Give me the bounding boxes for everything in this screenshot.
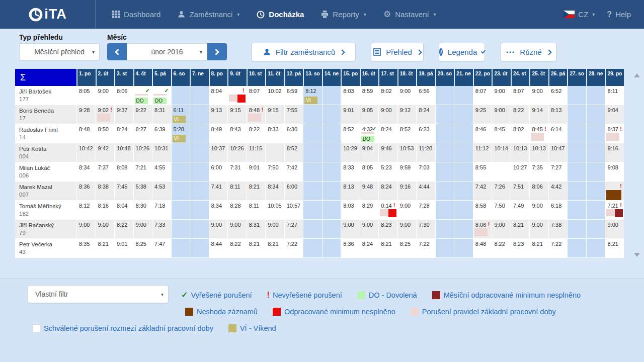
day-cell[interactable]: 5:23 xyxy=(378,162,397,182)
day-cell[interactable]: 8:22 xyxy=(227,239,247,258)
day-cell[interactable]: 8:06 xyxy=(114,86,133,105)
day-cell[interactable]: 4:53 xyxy=(152,182,171,201)
day-cell[interactable]: 9:00 xyxy=(492,86,511,105)
day-cell[interactable]: 7:42 xyxy=(284,162,303,182)
day-cell[interactable]: 10:57 xyxy=(284,201,303,220)
day-cell[interactable]: 8:21 xyxy=(605,239,624,258)
day-cell[interactable]: 9:00 xyxy=(265,220,284,239)
day-cell[interactable]: 8:33 xyxy=(341,162,360,182)
day-cell[interactable]: 5:38 xyxy=(133,182,152,201)
day-cell[interactable]: 10:37 xyxy=(209,143,228,162)
day-cell[interactable]: 8:33 xyxy=(265,124,284,143)
day-cell[interactable] xyxy=(190,220,209,239)
day-cell[interactable] xyxy=(567,182,586,201)
day-cell[interactable] xyxy=(454,143,473,162)
day-cell[interactable]: 9:00 xyxy=(529,86,548,105)
day-cell[interactable]: 8:30 xyxy=(133,201,152,220)
day-cell[interactable]: 8:23 xyxy=(378,220,397,239)
nav-item-employees[interactable]: Zaměstnanci ▾ xyxy=(169,0,248,29)
day-cell[interactable]: 10:26 xyxy=(227,143,247,162)
day-cell[interactable]: 8:29 xyxy=(360,201,379,220)
day-cell[interactable]: 9:00 xyxy=(96,86,115,105)
day-cell[interactable]: 7:21 xyxy=(133,162,152,182)
day-cell[interactable]: 8:22 xyxy=(492,239,511,258)
day-cell[interactable]: 8:34 xyxy=(209,201,228,220)
employee-filter-button[interactable]: Filtr zaměstnanců xyxy=(252,43,356,61)
day-cell[interactable]: 8:52 xyxy=(284,143,303,162)
day-cell[interactable]: 8:43 xyxy=(227,124,247,143)
day-cell[interactable] xyxy=(454,182,473,201)
nav-item-reports[interactable]: Reporty ▾ xyxy=(312,0,375,29)
day-cell[interactable] xyxy=(322,105,341,124)
day-cell[interactable] xyxy=(435,182,454,201)
day-cell[interactable] xyxy=(171,239,190,258)
day-cell[interactable] xyxy=(303,182,322,201)
day-cell[interactable] xyxy=(586,86,605,105)
day-cell[interactable]: 8:45! xyxy=(529,124,548,143)
day-cell[interactable]: 7:50 xyxy=(492,201,511,220)
day-cell[interactable]: 8:48! xyxy=(247,105,266,124)
day-cell[interactable]: 9:28 xyxy=(76,105,96,124)
day-cell[interactable]: 11:15 xyxy=(247,143,266,162)
day-cell[interactable] xyxy=(171,182,190,201)
day-cell[interactable]: 5:28VI xyxy=(171,124,190,143)
custom-filter-select[interactable]: Vlastní filtr ▾ xyxy=(28,285,169,303)
next-month-button[interactable] xyxy=(207,43,227,60)
day-cell[interactable]: 9:00 xyxy=(209,220,228,239)
day-cell[interactable]: 8:04 xyxy=(114,201,133,220)
day-cell[interactable]: 6:18 xyxy=(548,201,568,220)
day-cell[interactable]: 8:34 xyxy=(265,182,284,201)
day-cell[interactable]: 8:27 xyxy=(133,124,152,143)
day-cell[interactable] xyxy=(435,239,454,258)
day-cell[interactable] xyxy=(303,143,322,162)
day-cell[interactable] xyxy=(322,201,341,220)
day-cell[interactable]: 10:29 xyxy=(341,143,360,162)
day-cell[interactable]: ✓DO xyxy=(133,86,152,105)
day-cell[interactable] xyxy=(586,182,605,201)
day-cell[interactable]: 10:27 xyxy=(511,162,530,182)
day-cell[interactable]: 9:01 xyxy=(341,105,360,124)
day-cell[interactable]: 8:07 xyxy=(247,86,266,105)
day-cell[interactable]: 8:06! xyxy=(473,220,492,239)
day-cell[interactable]: 8:31 xyxy=(247,220,266,239)
day-cell[interactable] xyxy=(190,105,209,124)
day-cell[interactable] xyxy=(322,143,341,162)
day-cell[interactable]: 8:28 xyxy=(227,201,247,220)
employee-name-cell[interactable]: Radoslav Friml14 xyxy=(15,124,76,143)
day-cell[interactable]: 4:32✓DO xyxy=(360,124,379,143)
day-cell[interactable]: 8:48 xyxy=(473,239,492,258)
day-cell[interactable]: 8:16 xyxy=(96,201,115,220)
employee-name-cell[interactable]: Petr Kotrla004 xyxy=(15,143,76,162)
day-cell[interactable]: 7:27 xyxy=(284,220,303,239)
overview-button[interactable]: Přehled xyxy=(371,43,424,61)
day-cell[interactable] xyxy=(567,105,586,124)
day-cell[interactable]: 8:35 xyxy=(76,239,96,258)
day-cell[interactable] xyxy=(454,86,473,105)
day-cell[interactable] xyxy=(586,143,605,162)
day-cell[interactable] xyxy=(567,86,586,105)
day-cell[interactable]: 7:03 xyxy=(416,162,435,182)
day-cell[interactable]: 8:22 xyxy=(511,105,530,124)
day-cell[interactable] xyxy=(171,220,190,239)
day-cell[interactable]: 8:08 xyxy=(114,162,133,182)
day-cell[interactable]: 9:15 xyxy=(265,105,284,124)
day-cell[interactable]: 8:45 xyxy=(492,124,511,143)
day-cell[interactable]: 7:22 xyxy=(284,239,303,258)
nav-item-settings[interactable]: ⚙ Nastavení ▾ xyxy=(375,0,445,29)
day-cell[interactable]: 7:51 xyxy=(511,182,530,201)
day-cell[interactable] xyxy=(454,201,473,220)
day-cell[interactable] xyxy=(435,124,454,143)
day-cell[interactable]: 9:59 xyxy=(397,162,417,182)
day-cell[interactable]: 8:25 xyxy=(133,239,152,258)
day-cell[interactable]: 8:24 xyxy=(114,124,133,143)
day-cell[interactable] xyxy=(303,105,322,124)
day-cell[interactable] xyxy=(454,220,473,239)
day-cell[interactable] xyxy=(171,86,190,105)
day-cell[interactable]: 11:12 xyxy=(473,143,492,162)
day-cell[interactable]: 9:13 xyxy=(209,105,228,124)
day-cell[interactable]: 9:08 xyxy=(605,162,624,182)
day-cell[interactable]: 8:11 xyxy=(605,86,624,105)
day-cell[interactable]: ! xyxy=(605,182,624,201)
day-cell[interactable]: 9:37 xyxy=(114,105,133,124)
day-cell[interactable]: 8:37! xyxy=(605,124,624,143)
